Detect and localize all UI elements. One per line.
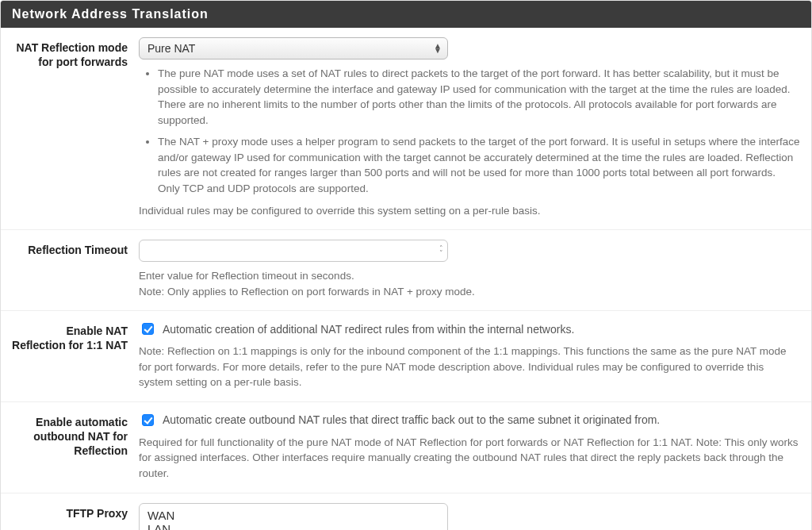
auto-outbound-checkbox-label: Automatic create outbound NAT rules that… — [163, 413, 660, 426]
nat-mode-help-bullet2: The NAT + proxy mode uses a helper progr… — [158, 134, 800, 196]
nat-mode-select[interactable]: Pure NAT — [139, 37, 448, 60]
label-tftp-proxy: TFTP Proxy — [12, 503, 139, 520]
nat-mode-select-wrap: Pure NAT ▲▼ — [139, 37, 448, 60]
row-auto-outbound: Enable automatic outbound NAT for Reflec… — [1, 402, 811, 494]
reflection-1to1-check-line[interactable]: Automatic creation of additional NAT red… — [139, 321, 800, 337]
label-reflection-timeout: Reflection Timeout — [12, 240, 139, 257]
label-nat-mode: NAT Reflection mode for port forwards — [12, 37, 139, 69]
nat-mode-help-bullet1: The pure NAT mode uses a set of NAT rule… — [158, 66, 800, 128]
reflection-timeout-input-wrap: ˄˅ — [139, 240, 448, 262]
reflection-timeout-help-line2: Note: Only applies to Reflection on port… — [139, 284, 800, 300]
panel-title: Network Address Translation — [1, 1, 811, 28]
control-reflection-timeout: ˄˅ Enter value for Reflection timeout in… — [139, 240, 800, 299]
reflection-timeout-input[interactable] — [139, 240, 448, 262]
label-auto-outbound: Enable automatic outbound NAT for Reflec… — [12, 412, 139, 459]
reflection-1to1-checkbox-label: Automatic creation of additional NAT red… — [163, 323, 574, 336]
control-nat-mode: Pure NAT ▲▼ The pure NAT mode uses a set… — [139, 37, 800, 218]
auto-outbound-checkbox[interactable] — [142, 414, 154, 426]
control-tftp-proxy: Choose the interfaces on which to enable… — [139, 503, 800, 530]
reflection-1to1-checkbox[interactable] — [142, 323, 154, 335]
row-nat-mode: NAT Reflection mode for port forwards Pu… — [1, 28, 811, 230]
row-tftp-proxy: TFTP Proxy Choose the interfaces on whic… — [1, 494, 811, 530]
tftp-proxy-select[interactable] — [139, 503, 448, 530]
nat-mode-help-footer: Individual rules may be configured to ov… — [139, 203, 800, 219]
reflection-timeout-help-line1: Enter value for Reflection timeout in se… — [139, 268, 800, 284]
control-auto-outbound: Automatic create outbound NAT rules that… — [139, 412, 800, 482]
row-reflection-timeout: Reflection Timeout ˄˅ Enter value for Re… — [1, 230, 811, 311]
row-reflection-1to1: Enable NAT Reflection for 1:1 NAT Automa… — [1, 311, 811, 402]
reflection-timeout-help: Enter value for Reflection timeout in se… — [139, 268, 800, 299]
auto-outbound-help: Required for full functionality of the p… — [139, 435, 800, 482]
reflection-1to1-help: Note: Reflection on 1:1 mappings is only… — [139, 344, 800, 390]
auto-outbound-check-line[interactable]: Automatic create outbound NAT rules that… — [139, 412, 800, 428]
control-reflection-1to1: Automatic creation of additional NAT red… — [139, 321, 800, 390]
nat-mode-help: The pure NAT mode uses a set of NAT rule… — [139, 66, 800, 218]
nat-panel: Network Address Translation NAT Reflecti… — [0, 0, 812, 530]
label-reflection-1to1: Enable NAT Reflection for 1:1 NAT — [12, 321, 139, 352]
